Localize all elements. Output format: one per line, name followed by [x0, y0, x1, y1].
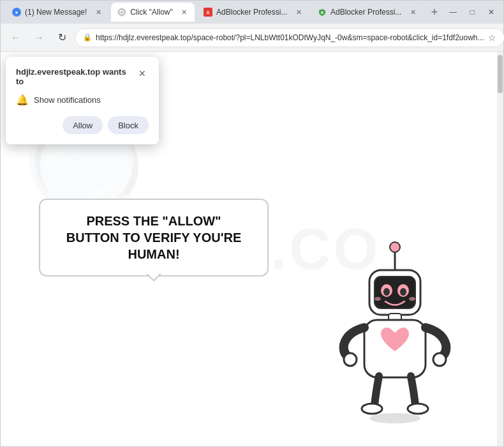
- add-tab-button[interactable]: +: [426, 3, 443, 21]
- popup-notification-row: 🔔 Show notifications: [16, 94, 149, 106]
- robot-svg: [325, 233, 465, 425]
- browser-window: ● (1) New Message! ✕ Click "Allow" ✕ A A…: [0, 0, 504, 447]
- page-content: RISK.CO 🔍 hdjlz.everestpeak.top wants to…: [1, 52, 503, 446]
- tab-favicon-new-msg: ●: [12, 8, 21, 17]
- bell-icon: 🔔: [16, 94, 29, 106]
- svg-text:A: A: [320, 10, 323, 15]
- back-button[interactable]: ←: [6, 27, 26, 48]
- refresh-button[interactable]: ↻: [52, 27, 72, 48]
- tab-close-adblocker1[interactable]: ✕: [293, 7, 304, 17]
- tab-favicon-adblocker1: A: [204, 8, 212, 17]
- block-button[interactable]: Block: [108, 116, 149, 134]
- notification-popup: hdjlz.everestpeak.top wants to ✕ 🔔 Show …: [6, 57, 159, 144]
- popup-show-notifications-label: Show notifications: [34, 95, 101, 105]
- scrollbar-thumb[interactable]: [498, 55, 503, 93]
- nav-bar: ← → ↻ 🔒 https://hdjlz.everestpeak.top/sp…: [1, 24, 503, 52]
- lock-icon: 🔒: [83, 33, 92, 42]
- forward-button[interactable]: →: [29, 27, 49, 48]
- svg-point-19: [408, 404, 428, 414]
- tab-close-new-msg[interactable]: ✕: [93, 7, 103, 17]
- minimize-button[interactable]: —: [446, 5, 460, 19]
- speech-bubble: PRESS THE "ALLOW" BUTTON TO VERIFY YOU'R…: [39, 199, 269, 277]
- window-controls: — □ ✕: [446, 5, 498, 19]
- allow-button[interactable]: Allow: [63, 116, 103, 134]
- speech-text: PRESS THE "ALLOW" BUTTON TO VERIFY YOU'R…: [59, 213, 248, 262]
- close-button[interactable]: ✕: [484, 5, 498, 19]
- tab-favicon-click: [117, 8, 126, 17]
- svg-text:A: A: [207, 10, 210, 15]
- url-text: https://hdjlz.everestpeak.top/space-robo…: [96, 33, 484, 42]
- robot-container: [325, 233, 465, 427]
- tab-label-click-allow: Click "Allow": [130, 8, 173, 17]
- popup-header: hdjlz.everestpeak.top wants to ✕: [16, 67, 149, 86]
- popup-title: hdjlz.everestpeak.top wants to: [16, 67, 136, 86]
- svg-point-11: [400, 288, 406, 296]
- tab-label-adblocker2: AdBlocker Professi...: [330, 8, 401, 17]
- tab-favicon-adblocker2: A: [318, 8, 327, 17]
- svg-point-16: [344, 353, 357, 366]
- tab-label-adblocker1: AdBlocker Professi...: [216, 8, 287, 17]
- tab-close-click-allow[interactable]: ✕: [179, 7, 189, 17]
- popup-close-button[interactable]: ✕: [136, 67, 149, 80]
- maximize-button[interactable]: □: [465, 5, 479, 19]
- tab-new-message[interactable]: ● (1) New Message! ✕: [6, 3, 108, 22]
- svg-point-17: [433, 353, 446, 366]
- title-bar: ● (1) New Message! ✕ Click "Allow" ✕ A A…: [1, 1, 503, 24]
- svg-point-18: [362, 404, 382, 414]
- tab-label-new-msg: (1) New Message!: [25, 8, 87, 17]
- tab-adblocker2[interactable]: A AdBlocker Professi... ✕: [311, 3, 423, 22]
- svg-point-5: [390, 242, 400, 252]
- tab-adblocker1[interactable]: A AdBlocker Professi... ✕: [197, 3, 309, 22]
- tab-click-allow[interactable]: Click "Allow" ✕: [111, 3, 195, 22]
- scrollbar[interactable]: [497, 52, 503, 446]
- address-bar[interactable]: 🔒 https://hdjlz.everestpeak.top/space-ro…: [75, 28, 504, 47]
- bookmark-icon[interactable]: ☆: [488, 33, 496, 43]
- svg-point-20: [369, 413, 420, 423]
- speech-container: PRESS THE "ALLOW" BUTTON TO VERIFY YOU'R…: [39, 199, 269, 277]
- popup-domain: hdjlz.everestpeak.top: [16, 67, 100, 77]
- svg-point-12: [374, 297, 381, 301]
- svg-point-13: [409, 297, 415, 301]
- svg-rect-7: [374, 277, 415, 308]
- popup-buttons: Allow Block: [16, 116, 149, 134]
- tab-close-adblocker2[interactable]: ✕: [408, 7, 418, 17]
- svg-point-10: [383, 288, 390, 296]
